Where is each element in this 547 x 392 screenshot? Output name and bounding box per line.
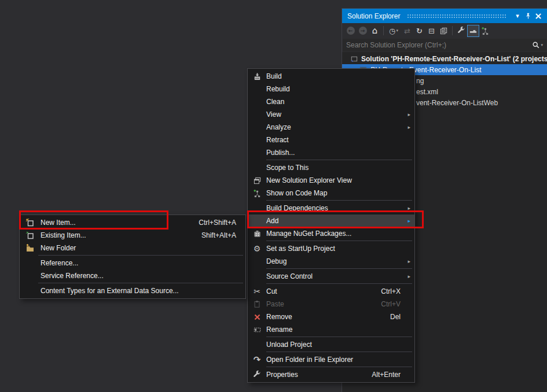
search-placeholder: Search Solution Explorer (Ctrl+;) — [346, 41, 532, 49]
panel-title: Solution Explorer — [347, 12, 400, 20]
toolbar-separator — [452, 26, 453, 35]
solution-explorer-titlebar[interactable]: Solution Explorer ▾ × — [342, 9, 547, 23]
menu-separator — [266, 336, 412, 337]
existing-item-icon — [25, 231, 35, 240]
menu-item-publish[interactable]: Publish... — [248, 146, 414, 159]
menu-item-open-folder-in-file-explorer[interactable]: ↷Open Folder in File Explorer — [248, 353, 414, 366]
new-folder-icon — [25, 243, 35, 253]
menu-item-unload-project[interactable]: Unload Project — [248, 338, 414, 351]
menu-item-remove[interactable]: RemoveDel — [248, 310, 414, 323]
menu-item-clean[interactable]: Clean — [248, 95, 414, 108]
menu-separator — [266, 367, 412, 367]
menu-item-analyze[interactable]: Analyze▸ — [248, 121, 414, 134]
solution-icon — [350, 54, 358, 63]
menu-item-manage-nuget-packages[interactable]: Manage NuGet Packages... — [248, 227, 414, 240]
clipped-item-label: est.xml — [416, 88, 438, 96]
refresh-button[interactable]: ↻ — [413, 25, 425, 37]
clipped-item-label: vent-Receiver-On-ListWeb — [416, 99, 498, 107]
submenu-arrow-icon: ▸ — [408, 125, 410, 130]
submenu-arrow-icon: ▸ — [408, 274, 410, 279]
search-row: Search Solution Explorer (Ctrl+;) ▾ — [342, 38, 547, 52]
annotation-box-add — [247, 210, 424, 228]
solution-explorer-toolbar: ← → ⌂ ◷▾ ⇄ ↻ ⊟ — [342, 23, 547, 38]
search-input[interactable]: Search Solution Explorer (Ctrl+;) ▾ — [343, 39, 546, 51]
show-all-files-icon — [439, 27, 448, 35]
new-solution-explorer-view-icon — [253, 176, 262, 185]
code-map-icon — [481, 27, 490, 35]
rename-icon — [253, 326, 262, 334]
menu-item-new-folder[interactable]: New Folder — [20, 242, 245, 254]
back-button[interactable]: ← — [344, 25, 357, 37]
menu-separator — [38, 255, 243, 256]
menu-item-service-reference[interactable]: Service Reference... — [20, 269, 245, 282]
back-icon: ← — [347, 27, 355, 35]
nuget-icon — [253, 230, 262, 238]
code-map-icon — [253, 189, 262, 198]
solution-label: Solution 'PH-Remote-Event-Receiver-On-Li… — [361, 55, 547, 63]
menu-item-existing-item[interactable]: Existing Item... Shift+Alt+A — [20, 229, 245, 242]
clipped-item-label: ng — [416, 77, 424, 85]
menu-item-set-as-startup-project[interactable]: ⚙Set as StartUp Project — [248, 242, 414, 255]
menu-separator — [266, 241, 412, 241]
chevron-down-icon[interactable]: ▾ — [512, 11, 523, 21]
gear-icon: ⚙ — [254, 245, 261, 253]
menu-separator — [266, 283, 412, 284]
close-icon[interactable]: × — [533, 11, 544, 21]
toolbar-separator — [383, 26, 384, 35]
wrench-icon — [253, 371, 261, 379]
submenu-arrow-icon: ▸ — [408, 112, 410, 117]
menu-item-new-solution-explorer-view[interactable]: New Solution Explorer View — [248, 174, 414, 187]
menu-item-rename[interactable]: Rename — [248, 323, 414, 336]
menu-item-source-control[interactable]: Source Control▸ — [248, 270, 414, 283]
search-icon[interactable] — [532, 41, 540, 49]
clipboard-icon — [253, 300, 261, 308]
build-icon — [253, 72, 262, 81]
menu-item-retract[interactable]: Retract — [248, 134, 414, 146]
show-all-files-button[interactable] — [438, 25, 450, 37]
scissors-icon: ✂ — [254, 287, 260, 295]
search-options-caret-icon[interactable]: ▾ — [541, 43, 543, 47]
code-map-button[interactable] — [479, 25, 491, 37]
vs-workspace: { "colors": { "titlebar_accent": "#007AC… — [0, 0, 547, 392]
forward-button[interactable]: → — [357, 25, 369, 37]
menu-item-content-types-external-data-source[interactable]: Content Types for an External Data Sourc… — [20, 284, 245, 297]
annotation-box-new-item — [19, 210, 168, 230]
menu-item-reference[interactable]: Reference... — [20, 257, 245, 269]
properties-wrench-icon — [457, 27, 465, 35]
collapse-all-button[interactable]: ⊟ — [425, 25, 438, 37]
titlebar-grip — [407, 14, 506, 19]
open-folder-arrow-icon: ↷ — [254, 356, 261, 364]
pin-icon[interactable] — [523, 11, 533, 21]
menu-item-show-on-code-map[interactable]: Show on Code Map — [248, 187, 414, 199]
menu-item-scope-to-this[interactable]: Scope to This — [248, 161, 414, 174]
tree-row-solution[interactable]: Solution 'PH-Remote-Event-Receiver-On-Li… — [342, 53, 547, 64]
menu-item-properties[interactable]: PropertiesAlt+Enter — [248, 368, 414, 381]
preview-selected-items-icon — [469, 27, 478, 35]
menu-separator — [266, 200, 412, 201]
menu-separator — [266, 160, 412, 160]
menu-item-paste[interactable]: PasteCtrl+V — [248, 298, 414, 310]
menu-item-build[interactable]: Build — [248, 70, 414, 83]
menu-item-rebuild[interactable]: Rebuild — [248, 83, 414, 95]
menu-item-view[interactable]: View▸ — [248, 108, 414, 121]
home-button[interactable]: ⌂ — [369, 25, 381, 37]
remove-x-icon — [254, 313, 261, 321]
pending-changes-filter-button[interactable]: ◷▾ — [386, 25, 401, 37]
menu-separator — [38, 283, 243, 283]
properties-button[interactable] — [455, 25, 467, 37]
dropdown-caret-icon: ▾ — [396, 29, 398, 33]
preview-selected-items-toggle[interactable] — [467, 25, 479, 37]
forward-icon: → — [359, 27, 367, 35]
sync-with-active-document-button[interactable]: ⇄ — [401, 25, 413, 37]
submenu-arrow-icon: ▸ — [408, 259, 410, 264]
menu-separator — [266, 352, 412, 352]
menu-separator — [266, 268, 412, 269]
menu-item-cut[interactable]: ✂CutCtrl+X — [248, 285, 414, 298]
menu-item-debug[interactable]: Debug▸ — [248, 255, 414, 268]
pending-changes-filter-icon: ◷ — [389, 27, 395, 35]
